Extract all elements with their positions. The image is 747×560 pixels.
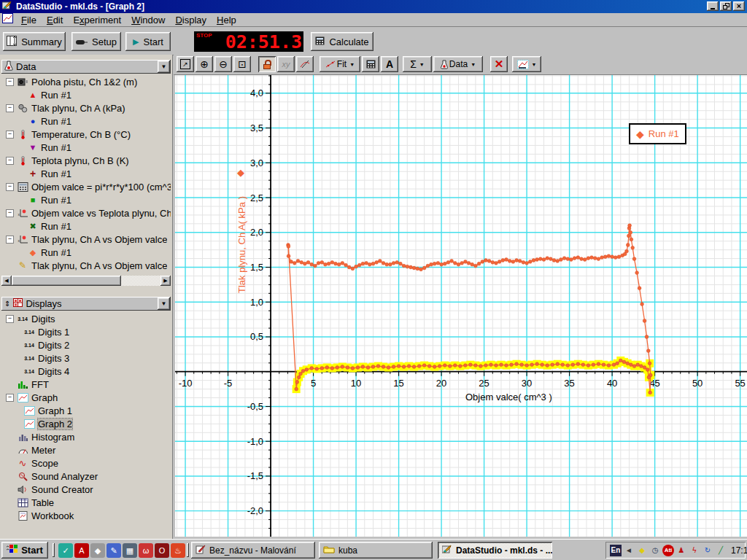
data-item-5[interactable]: −xObjem valce vs Teplota plynu, Ch: [1, 206, 171, 219]
collapse-toggle[interactable]: −: [6, 236, 14, 244]
data-panel-header[interactable]: Data ▼: [1, 60, 171, 74]
display-item-scope[interactable]: ∿Scope: [1, 456, 171, 470]
summary-button[interactable]: Summary: [3, 32, 66, 51]
lightning-icon[interactable]: ϟ: [689, 545, 700, 556]
clock-disk-icon[interactable]: ◷: [649, 545, 661, 556]
setup-button[interactable]: Setup: [71, 32, 121, 51]
display-item-digits[interactable]: −3.14Digits: [1, 312, 171, 325]
data-tree-hscrollbar[interactable]: ◀ ▶: [1, 276, 171, 286]
display-subitem-graph-1[interactable]: Graph 1: [1, 404, 171, 417]
close-button[interactable]: ×: [733, 1, 745, 11]
data-item-0[interactable]: −Poloha pistu, Ch 1&2 (m): [1, 75, 171, 88]
display-item-histogram[interactable]: Histogram: [1, 430, 171, 443]
data-item-2[interactable]: −Temperature, Ch B (°C): [1, 128, 171, 141]
data-item-3[interactable]: −Teplota plynu, Ch B (K): [1, 154, 171, 167]
collapse-toggle[interactable]: −: [6, 78, 14, 86]
pane-splitter-grip[interactable]: ⇕: [4, 300, 10, 308]
slope-tool-button[interactable]: [296, 56, 314, 72]
pen-lightning-icon[interactable]: ╱: [715, 545, 727, 556]
notes-icon[interactable]: ✓: [58, 543, 73, 558]
mdi-child-icon[interactable]: [2, 13, 13, 26]
display-item-meter[interactable]: Meter: [1, 443, 171, 456]
data-item-7[interactable]: ✎Tlak plynu, Ch A vs Objem valce: [1, 259, 171, 272]
minimize-button[interactable]: [707, 1, 719, 11]
fit-menu-button[interactable]: Fit▼: [320, 56, 360, 72]
data-item-6[interactable]: −xTlak plynu, Ch A vs Objem valce: [1, 233, 171, 246]
calculate-button[interactable]: Calculate: [311, 32, 374, 51]
display-subitem-digits-4[interactable]: 3.14Digits 4: [1, 365, 171, 378]
scroll-left-button[interactable]: ◀: [1, 276, 12, 286]
toolbar-grip[interactable]: [53, 543, 55, 557]
toolbar-grip[interactable]: [187, 543, 189, 557]
collapse-toggle[interactable]: −: [6, 315, 14, 323]
collapse-toggle[interactable]: −: [6, 209, 14, 217]
collapse-toggle[interactable]: −: [6, 131, 14, 139]
display-item-sound-analyzer[interactable]: Sound Analyzer: [1, 470, 171, 483]
bird-icon[interactable]: ◆: [90, 543, 105, 558]
ati-icon[interactable]: Ati: [662, 545, 674, 556]
keyboard-layout-indicator[interactable]: En: [610, 545, 622, 556]
scale-to-fit-button[interactable]: ↗: [177, 56, 194, 72]
run-item[interactable]: ◆Run #1: [1, 246, 171, 259]
run-item[interactable]: ■Run #1: [1, 193, 171, 206]
text-tool-button[interactable]: A: [381, 56, 398, 72]
menu-experiment[interactable]: Experiment: [68, 14, 126, 26]
menu-window[interactable]: Window: [126, 14, 170, 26]
menu-help[interactable]: Help: [212, 14, 241, 26]
volume-icon[interactable]: ◄: [623, 545, 635, 556]
scrollbar-thumb[interactable]: [12, 276, 121, 286]
statistics-menu-button[interactable]: Σ▼: [403, 56, 432, 72]
data-item-4[interactable]: −Objem valce = pi*r*r*y*100 (cm^3): [1, 180, 171, 193]
data-item-1[interactable]: −Tlak plynu, Ch A (kPa): [1, 101, 171, 114]
task-1[interactable]: Bez_názvu - Malování: [191, 542, 315, 559]
red-figure-icon[interactable]: ♟: [676, 545, 687, 556]
taskbar-clock[interactable]: 17:11: [731, 545, 747, 556]
legend[interactable]: ◆ Run #1: [629, 123, 686, 144]
display-subitem-digits-3[interactable]: 3.14Digits 3: [1, 351, 171, 365]
collapse-toggle[interactable]: −: [6, 394, 14, 402]
task-3[interactable]: DataStudio - mkl.ds - ...: [438, 542, 552, 559]
run-item[interactable]: ▲Run #1: [1, 88, 171, 101]
collapse-toggle[interactable]: −: [6, 104, 14, 112]
zoom-out-button[interactable]: ⊖: [214, 56, 232, 72]
graph-settings-button[interactable]: ▼: [512, 56, 541, 72]
task-2[interactable]: kuba: [319, 542, 433, 559]
pen-icon[interactable]: ✎: [107, 543, 121, 558]
display-subitem-graph-2[interactable]: Graph 2: [1, 417, 171, 430]
xy-tool-button[interactable]: xy: [277, 56, 295, 72]
menu-display[interactable]: Display: [170, 14, 212, 26]
start-button[interactable]: ▶ Start: [125, 32, 171, 51]
sync-arrows-icon[interactable]: ↻: [702, 545, 713, 556]
start-menu-button[interactable]: Start: [1, 542, 48, 559]
calculate-tool-button[interactable]: [362, 56, 379, 72]
flames-icon[interactable]: ♨: [171, 543, 185, 558]
display-item-table[interactable]: Table: [1, 496, 171, 509]
collapse-toggle[interactable]: −: [6, 183, 14, 191]
data-menu-button[interactable]: Data▼: [433, 56, 483, 72]
display-item-workbook[interactable]: Workbook: [1, 509, 171, 522]
displays-panel-dropdown-button[interactable]: ▼: [158, 298, 170, 310]
opera-icon[interactable]: O: [155, 543, 169, 558]
run-item[interactable]: ✖Run #1: [1, 219, 171, 233]
smart-tool-button[interactable]: [258, 56, 276, 72]
menu-edit[interactable]: Edit: [42, 14, 68, 26]
scroll-right-button[interactable]: ▶: [160, 276, 171, 286]
calculator-icon[interactable]: ▦: [123, 543, 137, 558]
acrobat-icon[interactable]: A: [74, 543, 89, 558]
run-item[interactable]: ▼Run #1: [1, 141, 171, 154]
display-item-fft[interactable]: FFT: [1, 378, 171, 391]
zoom-in-button[interactable]: ⊕: [196, 56, 213, 72]
dragon-icon[interactable]: ω: [139, 543, 153, 558]
run-item[interactable]: +Run #1: [1, 167, 171, 180]
display-item-sound-creator[interactable]: Sound Creator: [1, 483, 171, 496]
zoom-select-button[interactable]: ⊡: [233, 56, 251, 72]
delete-tool-button[interactable]: ✕: [490, 56, 508, 72]
restore-button[interactable]: [720, 1, 732, 11]
data-panel-dropdown-button[interactable]: ▼: [158, 61, 170, 73]
scheduler-icon[interactable]: ◆: [636, 545, 648, 556]
collapse-toggle[interactable]: −: [6, 157, 14, 165]
display-subitem-digits-1[interactable]: 3.14Digits 1: [1, 325, 171, 338]
display-item-graph[interactable]: −Graph: [1, 391, 171, 404]
display-subitem-digits-2[interactable]: 3.14Digits 2: [1, 338, 171, 351]
run-item[interactable]: ●Run #1: [1, 114, 171, 128]
